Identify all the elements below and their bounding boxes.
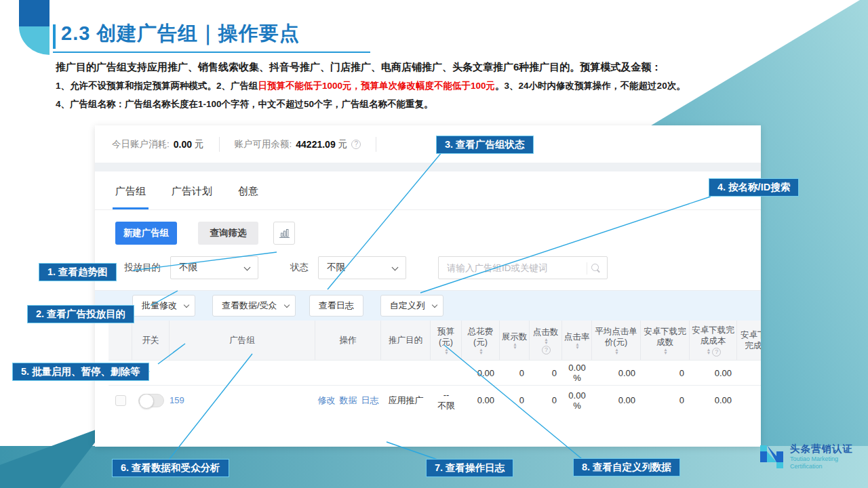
- sort-icon[interactable]: ▲▼: [707, 348, 711, 354]
- totals-ctr-value: 0.00 %: [566, 363, 589, 383]
- callout-trend-chart: 1. 查看趋势图: [39, 263, 117, 281]
- custom-columns-label: 自定义列: [390, 300, 425, 310]
- totals-empty: [431, 361, 462, 385]
- totals-empty: [381, 361, 431, 385]
- header-clicks-label: 点击数: [533, 327, 559, 338]
- totals-cost: 0.00: [462, 361, 500, 385]
- log-link[interactable]: 日志: [361, 394, 379, 407]
- batch-edit-button[interactable]: 批量修改: [132, 295, 195, 317]
- tab-adgroup[interactable]: 广告组: [115, 185, 146, 209]
- callout-batch-actions: 5. 批量启用、暂停、删除等: [12, 363, 149, 381]
- row-adgroup-cell: 159: [170, 386, 315, 415]
- header-adgroup: 广告组: [170, 321, 315, 360]
- filter-row: 投放目的 不限 状态 不限: [95, 245, 761, 290]
- row-checkbox[interactable]: [115, 395, 126, 406]
- view-log-button[interactable]: 查看日志: [309, 295, 363, 317]
- sort-icon[interactable]: ▲▼: [663, 348, 667, 354]
- chevron-down-icon: [244, 264, 251, 271]
- header-android-done-label: 安卓下载完成数: [642, 326, 688, 348]
- chevron-down-icon: [184, 302, 189, 308]
- account-topbar: 今日账户消耗: 0.00 元 账户可用余额: 44221.09 元 ?: [95, 125, 761, 163]
- header-android-cost-label: 安卓下载完成成本: [691, 325, 735, 346]
- row-avg-cpc: 0.00: [592, 386, 641, 415]
- view-data-button[interactable]: 查看数据/受众: [212, 295, 296, 317]
- totals-row: 合计 0.00 0 0 0.00 % 0.00 0 0.00: [108, 360, 761, 385]
- header-cost: 总花费(元)▲▼: [462, 321, 500, 360]
- sort-icon[interactable]: ▲▼: [575, 342, 579, 349]
- balance-unit: 元: [338, 138, 348, 150]
- entity-tabs: 广告组 广告计划 创意: [95, 171, 761, 210]
- balance-label: 账户可用余额:: [235, 138, 292, 150]
- query-filter-button[interactable]: 查询筛选: [198, 222, 258, 245]
- adgroup-table-row: 159 修改数据日志 应用推广 --不限 0.00 0 0 0.00 % 0.0…: [108, 385, 761, 415]
- callout-adgroup-status: 3. 查看广告组状态: [436, 136, 534, 154]
- header-objective: 推广目的: [381, 321, 431, 360]
- bulk-action-bar: 批量修改 查看数据/受众 查看日志 自定义列: [95, 291, 761, 321]
- tab-creative[interactable]: 创意: [238, 185, 258, 209]
- sort-icon[interactable]: ▲▼: [544, 338, 548, 344]
- slide: 2.3 创建广告组｜操作要点 推广目的广告组支持应用推广、销售线索收集、抖音号推…: [0, 0, 868, 488]
- chevron-down-icon: [431, 302, 437, 308]
- header-operation: 操作: [315, 321, 381, 360]
- search-input[interactable]: [439, 257, 580, 279]
- header-avg-cpc-label: 平均点击单价(元): [593, 326, 639, 348]
- row-switch-cell: [132, 386, 170, 415]
- status-select-value: 不限: [327, 262, 345, 272]
- toolbar: 新建广告组 查询筛选: [95, 210, 761, 245]
- sort-icon[interactable]: ▲▼: [479, 348, 483, 354]
- status-filter-label: 状态: [290, 262, 309, 274]
- header-switch: 开关: [132, 321, 170, 360]
- totals-empty: [170, 361, 315, 385]
- search-icon[interactable]: [587, 262, 601, 274]
- toutiao-logo-icon: [760, 445, 784, 469]
- intro-line3: 4、广告组名称：广告组名称长度在1-100个字符，中文不超过50个字，广告组名称…: [56, 98, 707, 110]
- totals-empty: [737, 361, 761, 385]
- header-android-cost: 安卓下载完成成本▲▼?: [690, 321, 737, 360]
- totals-android-done: 0: [641, 361, 690, 385]
- objective-select-value: 不限: [179, 262, 197, 272]
- objective-select[interactable]: 不限: [170, 256, 258, 279]
- sort-icon[interactable]: ▲▼: [444, 348, 448, 354]
- header-budget-label: 预算(元): [432, 326, 460, 348]
- data-link[interactable]: 数据: [340, 394, 357, 407]
- logo-en-1: Toutiao Marketing: [790, 455, 853, 463]
- sort-icon[interactable]: ▲▼: [513, 342, 517, 349]
- totals-android-cost: 0.00: [690, 361, 737, 385]
- page-title: 2.3 创建广告组｜操作要点: [61, 20, 300, 47]
- edit-link[interactable]: 修改: [318, 394, 336, 407]
- chevron-down-icon: [283, 302, 289, 308]
- row-cost: 0.00: [462, 386, 500, 415]
- totals-ctr: 0.00 %: [562, 361, 592, 385]
- intro-line2-post: 。3、24小时内修改预算操作，不能超过20次。: [495, 81, 686, 91]
- new-adgroup-button[interactable]: 新建广告组: [115, 222, 177, 245]
- logo-text: 头条营销认证 Toutiao Marketing Certification: [790, 443, 853, 470]
- status-select[interactable]: 不限: [318, 256, 406, 279]
- sort-icon[interactable]: ▲▼: [614, 348, 618, 354]
- help-icon[interactable]: ?: [351, 140, 361, 149]
- chevron-down-icon: [392, 264, 399, 271]
- trend-chart-icon: [279, 228, 290, 239]
- row-ctr: 0.00 %: [562, 386, 592, 415]
- toggle-off-icon[interactable]: [138, 394, 164, 407]
- help-icon[interactable]: ?: [712, 348, 721, 357]
- adgroup-id-link[interactable]: 159: [170, 395, 184, 405]
- callout-custom-columns: 8. 查看自定义列数据: [573, 458, 680, 476]
- row-android-done: 0: [641, 386, 690, 415]
- row-objective: 应用推广: [381, 386, 431, 415]
- batch-edit-label: 批量修改: [142, 300, 177, 310]
- totals-impressions: 0: [500, 361, 530, 385]
- custom-columns-button[interactable]: 自定义列: [380, 295, 443, 317]
- help-icon[interactable]: ?: [542, 346, 551, 354]
- trend-chart-button[interactable]: [273, 222, 295, 245]
- budget-dash: --: [443, 390, 450, 400]
- title-underline: [53, 52, 370, 53]
- topbar-divider: [376, 137, 376, 152]
- row-checkbox-cell: [108, 386, 132, 415]
- topbar-divider: [219, 137, 220, 152]
- header-budget: 预算(元)▲▼: [431, 321, 462, 360]
- callout-data-audience: 6. 查看数据和受众分析: [112, 459, 229, 477]
- header-impressions-label: 展示数: [502, 331, 528, 342]
- callout-search: 4. 按名称/ID搜索: [709, 178, 799, 197]
- tab-campaign[interactable]: 广告计划: [172, 185, 212, 209]
- header-cost-label: 总花费(元): [463, 326, 498, 348]
